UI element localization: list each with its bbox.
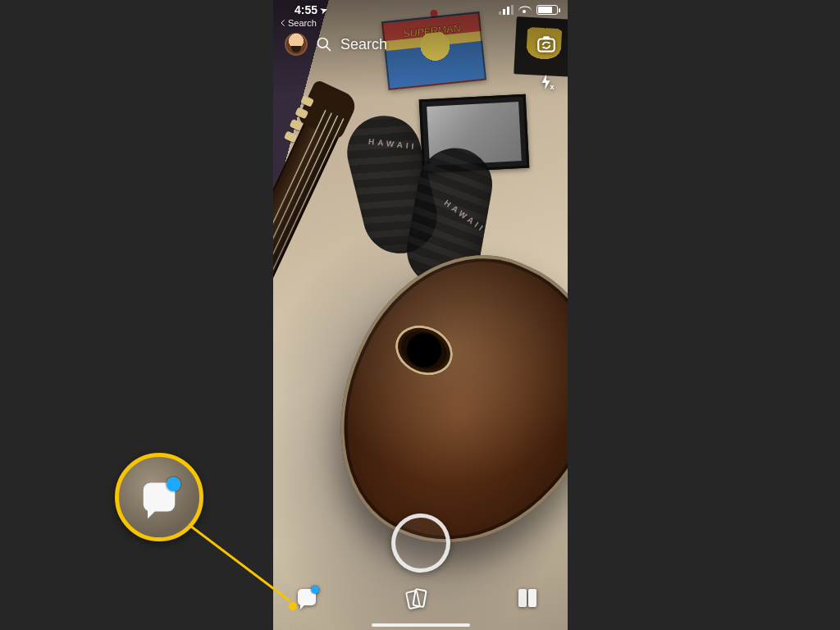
notification-dot-icon: [311, 586, 319, 594]
location-services-icon: ➤: [319, 4, 328, 15]
battery-icon: [536, 5, 558, 15]
clock-text: 4:55: [294, 3, 317, 16]
discover-panels-icon: [518, 589, 536, 607]
annotation-callout-circle: [115, 453, 203, 541]
memories-tab[interactable]: [409, 589, 433, 614]
discover-tab[interactable]: [518, 589, 543, 614]
svg-text:x: x: [550, 83, 555, 91]
chat-bubble-icon: [298, 589, 316, 605]
wifi-icon: [518, 5, 532, 15]
search-input[interactable]: Search: [340, 36, 387, 53]
bottom-nav: [273, 584, 568, 619]
flip-camera-button[interactable]: [533, 31, 559, 57]
breadcrumb-back-label: Search: [288, 18, 317, 28]
cellular-signal-icon: [499, 5, 514, 15]
phone-screen: SUPERMAN HAWAII HAWAII 4:55 ➤: [273, 0, 568, 630]
svg-rect-2: [538, 39, 555, 52]
notification-dot-icon: [167, 477, 181, 492]
flash-toggle-button[interactable]: x: [533, 69, 559, 95]
chat-bubble-icon: [144, 483, 176, 512]
svg-line-1: [326, 47, 331, 51]
profile-avatar[interactable]: [285, 33, 308, 56]
memories-cards-icon: [409, 589, 427, 609]
home-indicator[interactable]: [372, 623, 470, 627]
chat-tab[interactable]: [298, 589, 322, 614]
search-icon[interactable]: [316, 36, 332, 52]
camera-controls: x: [533, 31, 559, 95]
status-time: 4:55 ➤: [294, 3, 327, 16]
status-bar: 4:55 ➤: [273, 2, 568, 18]
header-row: Search: [273, 30, 568, 59]
annotation-leader-dot: [289, 602, 297, 610]
capture-button[interactable]: [391, 514, 450, 573]
breadcrumb-back[interactable]: Search: [280, 18, 317, 28]
